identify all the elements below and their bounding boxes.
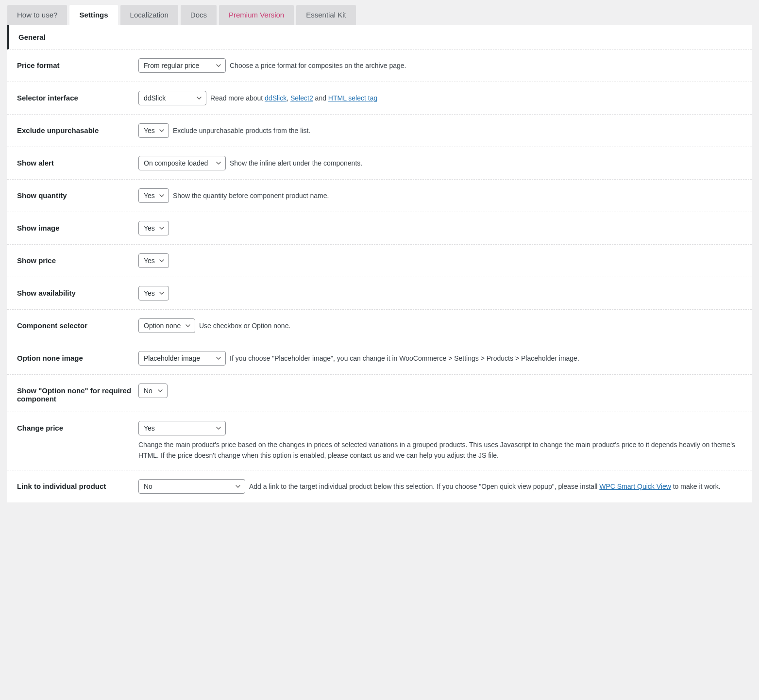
select-exclude-unpurchasable[interactable]: Yes: [138, 123, 169, 138]
link-select2[interactable]: Select2: [290, 94, 313, 102]
label-show-option-none-required: Show "Option none" for required componen…: [17, 383, 138, 403]
select-price-format[interactable]: From regular price: [138, 58, 226, 73]
select-link-individual[interactable]: No: [138, 479, 245, 494]
label-exclude-unpurchasable: Exclude unpurchasable: [17, 123, 138, 134]
row-show-price: Show price Yes: [7, 245, 752, 277]
label-show-availability: Show availability: [17, 286, 138, 297]
desc-exclude-unpurchasable: Exclude unpurchasable products from the …: [173, 126, 310, 136]
link-ddslick[interactable]: ddSlick: [265, 94, 287, 102]
tab-localization[interactable]: Localization: [120, 5, 178, 25]
row-show-quantity: Show quantity Yes Show the quantity befo…: [7, 180, 752, 212]
row-show-alert: Show alert On composite loaded Show the …: [7, 147, 752, 180]
label-show-alert: Show alert: [17, 156, 138, 167]
link-wpc-smart-quick-view[interactable]: WPC Smart Quick View: [599, 483, 671, 490]
desc-selector-interface: Read more about ddSlick, Select2 and HTM…: [210, 93, 377, 103]
label-price-format: Price format: [17, 58, 138, 69]
select-change-price[interactable]: Yes: [138, 421, 226, 435]
label-option-none-image: Option none image: [17, 351, 138, 362]
row-show-option-none-required: Show "Option none" for required componen…: [7, 375, 752, 412]
desc-price-format: Choose a price format for composites on …: [230, 61, 406, 71]
select-show-option-none-required[interactable]: No: [138, 383, 168, 398]
nav-tabs: How to use? Settings Localization Docs P…: [0, 0, 759, 25]
label-selector-interface: Selector interface: [17, 91, 138, 102]
label-show-quantity: Show quantity: [17, 188, 138, 200]
select-show-image[interactable]: Yes: [138, 221, 169, 235]
section-general-title: General: [7, 25, 752, 50]
select-show-availability[interactable]: Yes: [138, 286, 169, 300]
desc-show-quantity: Show the quantity before component produ…: [173, 191, 329, 201]
label-link-individual: Link to individual product: [17, 479, 138, 490]
desc-show-alert: Show the inline alert under the componen…: [230, 158, 362, 168]
row-show-image: Show image Yes: [7, 212, 752, 245]
row-link-individual: Link to individual product No Add a link…: [7, 470, 752, 502]
label-component-selector: Component selector: [17, 318, 138, 330]
label-show-image: Show image: [17, 221, 138, 232]
desc-change-price: Change the main product's price based on…: [138, 439, 742, 461]
tab-docs[interactable]: Docs: [181, 5, 217, 25]
desc-option-none-image: If you choose "Placeholder image", you c…: [230, 353, 579, 364]
select-option-none-image[interactable]: Placeholder image: [138, 351, 226, 366]
row-exclude-unpurchasable: Exclude unpurchasable Yes Exclude unpurc…: [7, 115, 752, 147]
select-show-alert[interactable]: On composite loaded: [138, 156, 226, 170]
desc-component-selector: Use checkbox or Option none.: [199, 321, 290, 331]
tab-premium[interactable]: Premium Version: [219, 5, 294, 25]
link-html-select-tag[interactable]: HTML select tag: [328, 94, 377, 102]
row-show-availability: Show availability Yes: [7, 277, 752, 310]
select-show-quantity[interactable]: Yes: [138, 188, 169, 203]
tab-settings[interactable]: Settings: [69, 5, 118, 25]
row-selector-interface: Selector interface ddSlick Read more abo…: [7, 82, 752, 115]
tab-how-to-use[interactable]: How to use?: [7, 5, 67, 25]
label-show-price: Show price: [17, 253, 138, 265]
row-price-format: Price format From regular price Choose a…: [7, 50, 752, 82]
select-show-price[interactable]: Yes: [138, 253, 169, 268]
desc-link-individual: Add a link to the target individual prod…: [249, 481, 721, 492]
row-change-price: Change price Yes Change the main product…: [7, 412, 752, 470]
label-change-price: Change price: [17, 421, 138, 432]
tab-essential-kit[interactable]: Essential Kit: [296, 5, 356, 25]
select-selector-interface[interactable]: ddSlick: [138, 91, 206, 105]
row-component-selector: Component selector Option none Use check…: [7, 310, 752, 342]
row-option-none-image: Option none image Placeholder image If y…: [7, 342, 752, 375]
select-component-selector[interactable]: Option none: [138, 318, 195, 333]
